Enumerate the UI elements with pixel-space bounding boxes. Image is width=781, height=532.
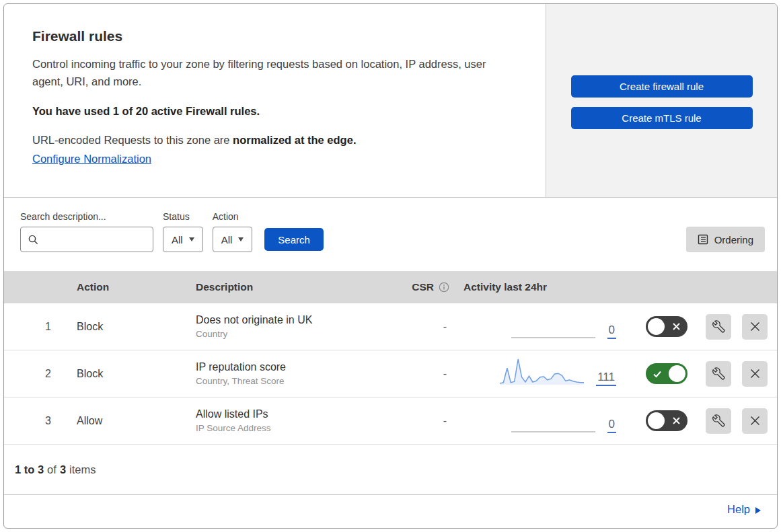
status-dropdown-value: All bbox=[172, 234, 183, 245]
rule-priority: 2 bbox=[4, 368, 65, 380]
help-link[interactable]: Help bbox=[727, 503, 761, 516]
items-label: items bbox=[69, 463, 96, 476]
table-row: 2 Block IP reputation score Country, Thr… bbox=[4, 350, 777, 397]
toggle-knob bbox=[648, 318, 665, 335]
x-icon bbox=[672, 416, 681, 425]
activity-count-link[interactable]: 111 bbox=[596, 371, 616, 386]
create-firewall-rule-button[interactable]: Create firewall rule bbox=[571, 75, 753, 98]
items-total: 3 bbox=[60, 463, 66, 476]
filter-bar: Search description... Status All Action … bbox=[4, 198, 777, 271]
chevron-down-icon bbox=[189, 237, 194, 241]
rule-edit-cell bbox=[700, 397, 737, 444]
edit-rule-button[interactable] bbox=[706, 361, 731, 387]
rule-edit-cell bbox=[700, 350, 737, 397]
x-icon bbox=[672, 322, 681, 331]
ordering-list-icon bbox=[698, 234, 708, 245]
normalization-note: URL-encoded Requests to this zone are no… bbox=[32, 134, 519, 147]
header-cell-description: Description bbox=[182, 281, 387, 293]
action-dropdown[interactable]: All bbox=[213, 227, 253, 252]
header-cell-activity: Activity last 24hr bbox=[455, 281, 633, 293]
search-label: Search description... bbox=[20, 211, 153, 222]
rule-toggle-cell bbox=[633, 350, 700, 397]
search-input[interactable] bbox=[43, 233, 153, 246]
rule-criteria: IP Source Address bbox=[196, 423, 387, 433]
normalization-bold-text: normalized at the edge. bbox=[233, 134, 356, 146]
rule-delete-cell bbox=[737, 350, 773, 397]
rule-priority: 3 bbox=[4, 415, 65, 427]
ordering-button[interactable]: Ordering bbox=[686, 227, 765, 252]
header-section: Firewall rules Control incoming traffic … bbox=[4, 4, 777, 198]
configure-normalization-link[interactable]: Configure Normalization bbox=[32, 153, 151, 165]
rule-delete-cell bbox=[737, 397, 773, 444]
activity-count-link[interactable]: 0 bbox=[607, 324, 616, 339]
usage-note: You have used 1 of 20 active Firewall ru… bbox=[32, 105, 519, 118]
items-of-label: of bbox=[47, 463, 57, 476]
status-dropdown[interactable]: All bbox=[163, 227, 203, 252]
ordering-button-label: Ordering bbox=[714, 234, 753, 245]
actions-panel: Create firewall rule Create mTLS rule bbox=[546, 4, 777, 197]
create-mtls-rule-button[interactable]: Create mTLS rule bbox=[571, 107, 753, 129]
rule-action: Block bbox=[65, 321, 182, 333]
toggle-knob bbox=[648, 412, 665, 429]
enable-toggle[interactable] bbox=[646, 316, 687, 337]
search-box[interactable] bbox=[20, 227, 153, 252]
chevron-down-icon bbox=[238, 237, 244, 241]
delete-rule-button[interactable] bbox=[742, 314, 768, 340]
csr-header-label: CSR bbox=[412, 281, 434, 293]
close-icon bbox=[749, 368, 761, 379]
rule-toggle-cell bbox=[633, 397, 700, 444]
activity-sparkline bbox=[511, 309, 595, 339]
rule-description: Allow listed IPs bbox=[196, 408, 387, 420]
search-group: Search description... bbox=[20, 211, 153, 252]
help-label: Help bbox=[727, 503, 750, 516]
rule-description-cell: Allow listed IPs IP Source Address bbox=[182, 408, 387, 433]
rule-delete-cell bbox=[737, 303, 773, 350]
header-text-area: Firewall rules Control incoming traffic … bbox=[4, 4, 546, 197]
action-group: Action All bbox=[213, 211, 253, 252]
rule-criteria: Country bbox=[196, 329, 387, 339]
info-icon[interactable] bbox=[439, 282, 449, 293]
rule-csr: - bbox=[387, 415, 455, 427]
action-label: Action bbox=[213, 211, 253, 222]
action-dropdown-value: All bbox=[221, 234, 233, 245]
rule-description: IP reputation score bbox=[196, 361, 387, 373]
rule-priority: 1 bbox=[4, 321, 65, 333]
pagination-summary: 1 to 3 of 3 items bbox=[4, 445, 777, 494]
rule-csr: - bbox=[387, 321, 455, 333]
normalization-text: URL-encoded Requests to this zone are bbox=[32, 134, 233, 146]
close-icon bbox=[749, 415, 761, 426]
page-title: Firewall rules bbox=[32, 28, 519, 44]
rule-action: Block bbox=[65, 368, 182, 380]
activity-sparkline bbox=[500, 356, 584, 386]
firewall-rules-panel: Firewall rules Control incoming traffic … bbox=[3, 3, 778, 529]
header-cell-action: Action bbox=[65, 281, 182, 293]
wrench-icon bbox=[712, 320, 725, 333]
header-cell-csr: CSR bbox=[387, 281, 455, 293]
enable-toggle[interactable] bbox=[646, 363, 687, 384]
status-group: Status All bbox=[163, 211, 203, 252]
edit-rule-button[interactable] bbox=[706, 408, 731, 434]
rule-activity-cell: 0 bbox=[455, 303, 633, 350]
toggle-knob bbox=[669, 365, 685, 382]
rule-description-cell: IP reputation score Country, Threat Scor… bbox=[182, 361, 387, 386]
delete-rule-button[interactable] bbox=[742, 361, 768, 387]
status-label: Status bbox=[163, 211, 203, 222]
activity-count-link[interactable]: 0 bbox=[607, 418, 616, 433]
right-arrow-icon bbox=[755, 507, 761, 514]
check-icon bbox=[653, 369, 662, 379]
rule-activity-cell: 0 bbox=[455, 397, 633, 444]
edit-rule-button[interactable] bbox=[706, 314, 731, 340]
rule-description-cell: Does not originate in UK Country bbox=[182, 314, 387, 339]
wrench-icon bbox=[712, 367, 725, 380]
table-header: Action Description CSR Activity last 24h… bbox=[4, 271, 777, 303]
delete-rule-button[interactable] bbox=[742, 408, 768, 434]
rule-activity-cell: 111 bbox=[455, 350, 633, 397]
search-icon bbox=[28, 234, 39, 245]
search-button[interactable]: Search bbox=[264, 228, 324, 251]
rule-action: Allow bbox=[65, 415, 182, 427]
activity-sparkline bbox=[511, 404, 595, 433]
rule-edit-cell bbox=[700, 303, 737, 350]
page-description: Control incoming traffic to your zone by… bbox=[32, 55, 519, 90]
items-range: 1 to 3 bbox=[15, 463, 44, 476]
enable-toggle[interactable] bbox=[646, 410, 687, 431]
